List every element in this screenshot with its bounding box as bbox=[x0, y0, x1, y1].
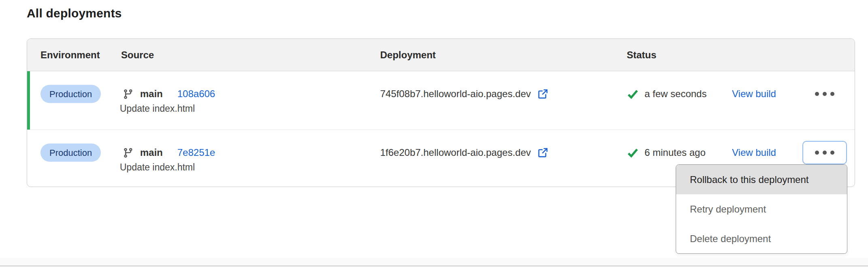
deployment-url: 745f08b7.helloworld-aio.pages.dev bbox=[380, 88, 531, 100]
menu-item-delete[interactable]: Delete deployment bbox=[676, 224, 847, 253]
status-cell: a few seconds bbox=[627, 88, 706, 100]
column-header-status: Status bbox=[627, 39, 656, 71]
source-cell: main 108a606 bbox=[123, 88, 215, 100]
menu-item-rollback[interactable]: Rollback to this deployment bbox=[676, 165, 847, 194]
deployment-row: Production main 108a606 Update index.htm… bbox=[27, 71, 855, 130]
source-cell: main 7e8251e bbox=[123, 147, 215, 158]
deployments-page: All deployments Environment Source Deplo… bbox=[0, 0, 868, 268]
environment-cell: Production bbox=[40, 85, 101, 103]
deployment-url: 1f6e20b7.helloworld-aio.pages.dev bbox=[380, 147, 531, 158]
deployment-cell: 1f6e20b7.helloworld-aio.pages.dev bbox=[380, 147, 549, 158]
commit-message: Update index.html bbox=[120, 162, 195, 173]
row-actions-button[interactable] bbox=[803, 83, 846, 105]
menu-item-retry[interactable]: Retry deployment bbox=[676, 194, 847, 224]
environment-cell: Production bbox=[40, 144, 101, 162]
footer-strip bbox=[0, 258, 868, 266]
branch-name: main bbox=[140, 88, 163, 100]
check-icon bbox=[627, 147, 639, 159]
external-link-icon[interactable] bbox=[537, 88, 549, 100]
current-deployment-accent-bar bbox=[27, 71, 30, 130]
commit-message: Update index.html bbox=[120, 103, 195, 114]
environment-badge: Production bbox=[40, 85, 101, 103]
branch-name: main bbox=[140, 147, 163, 158]
status-time: 6 minutes ago bbox=[645, 147, 706, 158]
deployment-cell: 745f08b7.helloworld-aio.pages.dev bbox=[380, 88, 549, 100]
view-build-link[interactable]: View build bbox=[732, 147, 776, 158]
git-branch-icon bbox=[123, 89, 134, 100]
column-header-environment: Environment bbox=[40, 39, 100, 71]
row-actions-menu: Rollback to this deployment Retry deploy… bbox=[676, 164, 847, 254]
ellipsis-icon bbox=[815, 151, 819, 155]
commit-link[interactable]: 108a606 bbox=[177, 88, 215, 100]
environment-badge: Production bbox=[40, 144, 101, 162]
check-icon bbox=[627, 88, 639, 100]
page-title: All deployments bbox=[27, 6, 122, 20]
external-link-icon[interactable] bbox=[537, 147, 549, 158]
ellipsis-icon bbox=[815, 92, 819, 96]
view-build-link[interactable]: View build bbox=[732, 88, 776, 100]
status-cell: 6 minutes ago bbox=[627, 147, 706, 159]
table-header-row: Environment Source Deployment Status bbox=[27, 39, 855, 71]
commit-link[interactable]: 7e8251e bbox=[177, 147, 215, 158]
status-time: a few seconds bbox=[645, 88, 706, 100]
column-header-deployment: Deployment bbox=[380, 39, 436, 71]
git-branch-icon bbox=[123, 147, 134, 158]
row-actions-button-active[interactable] bbox=[803, 142, 846, 164]
footer-divider bbox=[0, 266, 868, 266]
column-header-source: Source bbox=[121, 39, 154, 71]
